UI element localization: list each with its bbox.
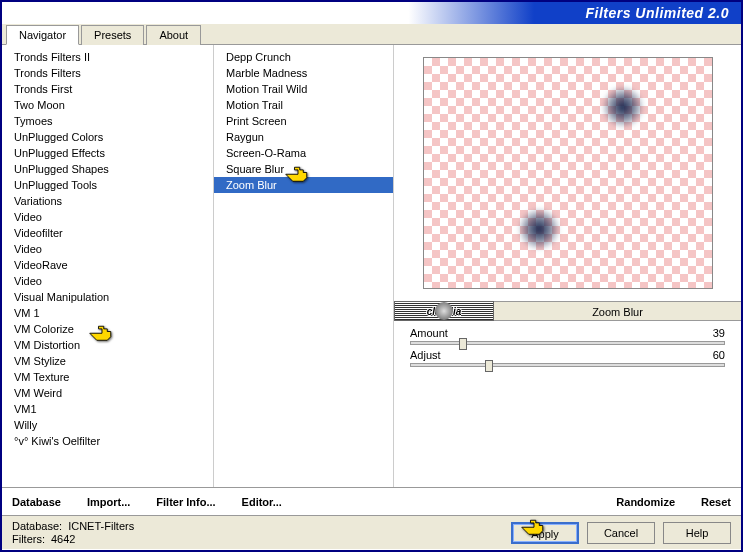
filter-name-bar: claudia Zoom Blur [394, 301, 741, 321]
list-item[interactable]: Two Moon [2, 97, 213, 113]
database-button[interactable]: Database [12, 496, 61, 508]
list-item[interactable]: VM Weird [2, 385, 213, 401]
param-label: Amount [410, 327, 448, 339]
list-item[interactable]: Tymoes [2, 113, 213, 129]
watermark-badge: claudia [394, 301, 494, 321]
status-db-value: ICNET-Filters [68, 520, 134, 532]
import-button[interactable]: Import... [87, 496, 130, 508]
list-item[interactable]: Square Blur [214, 161, 393, 177]
list-item[interactable]: VM1 [2, 401, 213, 417]
category-list[interactable]: Tronds Filters IITronds FiltersTronds Fi… [2, 45, 214, 487]
list-item[interactable]: VM Colorize [2, 321, 213, 337]
tab-presets[interactable]: Presets [81, 25, 144, 45]
list-item[interactable]: Videofilter [2, 225, 213, 241]
param-row: Amount39 [410, 327, 725, 345]
preview-area [394, 45, 741, 301]
tab-navigator[interactable]: Navigator [6, 25, 79, 45]
randomize-button[interactable]: Randomize [616, 496, 675, 508]
tab-strip: NavigatorPresetsAbout [2, 24, 741, 45]
title-bar: Filters Unlimited 2.0 [2, 2, 741, 24]
list-item[interactable]: Marble Madness [214, 65, 393, 81]
list-item[interactable]: Visual Manipulation [2, 289, 213, 305]
list-item[interactable]: VM 1 [2, 305, 213, 321]
list-item[interactable]: Screen-O-Rama [214, 145, 393, 161]
list-item[interactable]: UnPlugged Colors [2, 129, 213, 145]
status-db-label: Database: [12, 520, 62, 532]
current-filter-name: Zoom Blur [494, 301, 741, 321]
action-bar: Database Import... Filter Info... Editor… [2, 487, 741, 515]
list-item[interactable]: °v° Kiwi's Oelfilter [2, 433, 213, 449]
status-bar: Database: ICNET-Filters Filters: 4642 Ap… [2, 515, 741, 549]
list-item[interactable]: UnPlugged Effects [2, 145, 213, 161]
list-item[interactable]: Video [2, 273, 213, 289]
param-slider[interactable] [410, 341, 725, 345]
param-row: Adjust60 [410, 349, 725, 367]
list-item[interactable]: UnPlugged Tools [2, 177, 213, 193]
main-area: Tronds Filters IITronds FiltersTronds Fi… [2, 45, 741, 487]
list-item[interactable]: UnPlugged Shapes [2, 161, 213, 177]
status-filters-value: 4642 [51, 533, 75, 545]
preview-panel: claudia Zoom Blur Amount39Adjust60 [394, 45, 741, 487]
list-item[interactable]: Depp Crunch [214, 49, 393, 65]
editor-button[interactable]: Editor... [242, 496, 282, 508]
tab-about[interactable]: About [146, 25, 201, 45]
list-item[interactable]: VM Distortion [2, 337, 213, 353]
list-item[interactable]: Print Screen [214, 113, 393, 129]
parameter-panel: Amount39Adjust60 [394, 321, 741, 377]
dialog-buttons: Apply Cancel Help [511, 522, 731, 544]
list-item[interactable]: VM Stylize [2, 353, 213, 369]
list-item[interactable]: Video [2, 209, 213, 225]
param-label: Adjust [410, 349, 441, 361]
list-item[interactable]: Zoom Blur [214, 177, 393, 193]
list-item[interactable]: Tronds First [2, 81, 213, 97]
list-item[interactable]: VM Texture [2, 369, 213, 385]
preview-image [423, 57, 713, 289]
list-item[interactable]: Willy [2, 417, 213, 433]
apply-button[interactable]: Apply [511, 522, 579, 544]
filter-info-button[interactable]: Filter Info... [156, 496, 215, 508]
status-filters-label: Filters: [12, 533, 45, 545]
list-item[interactable]: Tronds Filters [2, 65, 213, 81]
param-value: 39 [713, 327, 725, 339]
list-item[interactable]: VideoRave [2, 257, 213, 273]
list-item[interactable]: Motion Trail Wild [214, 81, 393, 97]
app-title: Filters Unlimited 2.0 [585, 5, 729, 21]
filter-list[interactable]: Depp CrunchMarble MadnessMotion Trail Wi… [214, 45, 394, 487]
list-item[interactable]: Video [2, 241, 213, 257]
help-button[interactable]: Help [663, 522, 731, 544]
list-item[interactable]: Variations [2, 193, 213, 209]
list-item[interactable]: Motion Trail [214, 97, 393, 113]
param-value: 60 [713, 349, 725, 361]
list-item[interactable]: Raygun [214, 129, 393, 145]
cancel-button[interactable]: Cancel [587, 522, 655, 544]
list-item[interactable]: Tronds Filters II [2, 49, 213, 65]
reset-button[interactable]: Reset [701, 496, 731, 508]
param-slider[interactable] [410, 363, 725, 367]
